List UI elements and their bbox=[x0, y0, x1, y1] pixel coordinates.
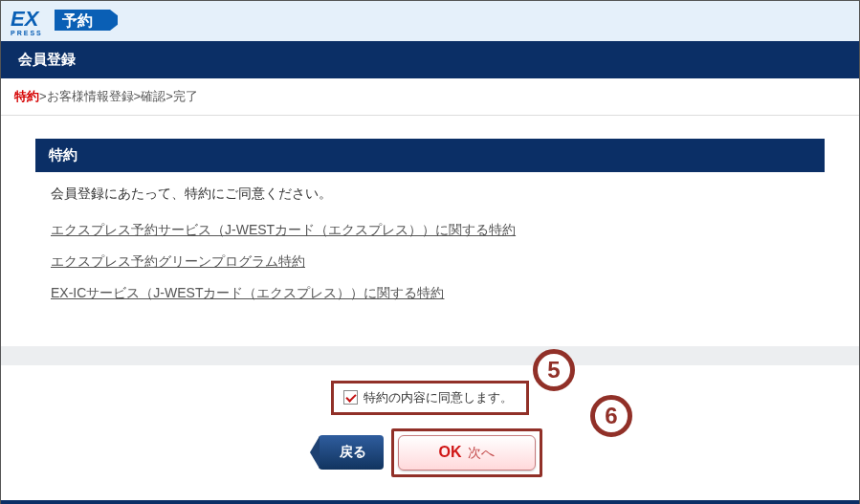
ok-next-highlight: OK次へ bbox=[391, 428, 542, 477]
page-title: 会員登録 bbox=[18, 51, 76, 67]
terms-link-1[interactable]: エクスプレス予約サービス（J-WESTカード（エクスプレス））に関する特約 bbox=[51, 218, 516, 242]
back-button[interactable]: 戻る bbox=[319, 435, 384, 470]
breadcrumb-step-1: お客様情報登録 bbox=[47, 89, 134, 103]
breadcrumb: 特約>お客様情報登録>確認>完了 bbox=[1, 78, 859, 116]
logo-yoyaku-text: 予約 bbox=[61, 12, 93, 29]
breadcrumb-step-3: 完了 bbox=[173, 89, 198, 103]
back-button-label: 戻る bbox=[340, 444, 366, 459]
divider-band bbox=[1, 346, 859, 365]
agree-area: 特約の内容に同意します。 戻る OK次へ bbox=[1, 365, 859, 500]
terms-link-list: エクスプレス予約サービス（J-WESTカード（エクスプレス））に関する特約 エク… bbox=[51, 214, 809, 310]
terms-link-3[interactable]: EX-ICサービス（J-WESTカード（エクスプレス））に関する特約 bbox=[51, 281, 444, 305]
breadcrumb-step-2: 確認 bbox=[141, 89, 165, 103]
agree-checkbox-box[interactable]: 特約の内容に同意します。 bbox=[331, 381, 529, 415]
logo-press-text: PRESS bbox=[11, 30, 43, 36]
button-row: 戻る OK次へ bbox=[319, 428, 542, 477]
section-title: 特約 bbox=[35, 139, 825, 172]
logo-ex-text: EX bbox=[11, 7, 40, 31]
footer-bar bbox=[1, 500, 859, 504]
ok-text: OK bbox=[439, 444, 462, 460]
section-body: 会員登録にあたって、特約にご同意ください。 エクスプレス予約サービス（J-WES… bbox=[35, 172, 825, 337]
ok-next-button[interactable]: OK次へ bbox=[398, 435, 536, 471]
agree-label: 特約の内容に同意します。 bbox=[364, 390, 513, 405]
svg-marker-1 bbox=[110, 10, 118, 31]
callout-badge-5: 5 bbox=[533, 349, 575, 391]
breadcrumb-current: 特約 bbox=[14, 89, 39, 103]
express-yoyaku-logo: EX PRESS 予約 bbox=[11, 7, 118, 37]
header-top: EX PRESS 予約 bbox=[1, 1, 859, 41]
terms-link-2[interactable]: エクスプレス予約グリーンプログラム特約 bbox=[51, 250, 305, 274]
main-content: 特約 会員登録にあたって、特約にご同意ください。 エクスプレス予約サービス（J-… bbox=[1, 116, 859, 346]
intro-text: 会員登録にあたって、特約にご同意ください。 bbox=[51, 186, 809, 203]
next-text: 次へ bbox=[468, 445, 495, 460]
page-header: 会員登録 bbox=[1, 41, 859, 78]
checkbox-checked-icon[interactable] bbox=[343, 390, 358, 405]
callout-badge-6: 6 bbox=[590, 395, 632, 437]
